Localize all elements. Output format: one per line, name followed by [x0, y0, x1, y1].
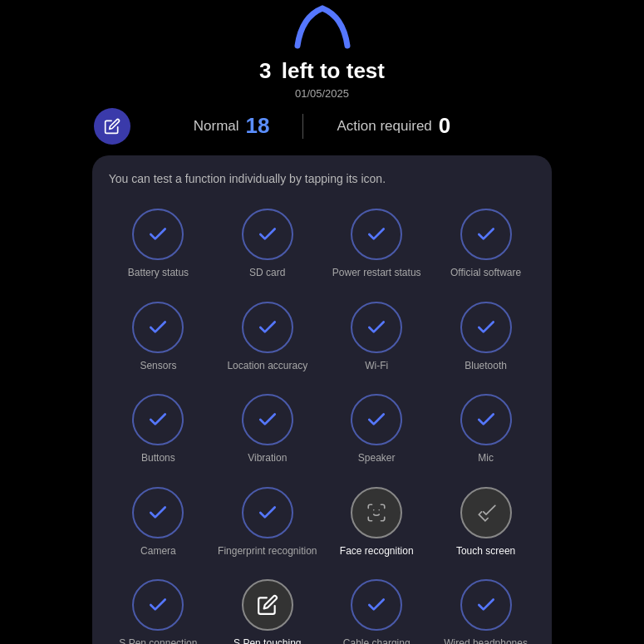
grid-item-face-recognition[interactable]: Face recognition — [324, 480, 430, 565]
grid-item-battery-status[interactable]: Battery status — [106, 202, 211, 287]
item-label-power-restart: Power restart status — [332, 267, 421, 280]
grid-item-power-restart[interactable]: Power restart status — [324, 202, 430, 287]
item-label-touch-screen: Touch screen — [456, 545, 515, 558]
normal-stat: Normal 18 — [194, 113, 270, 139]
grid-item-sd-card[interactable]: SD card — [214, 202, 320, 287]
item-label-wifi: Wi-Fi — [365, 360, 388, 373]
left-count: 3 — [259, 58, 271, 83]
left-to-test-label: 3 left to test — [259, 58, 385, 84]
item-label-vibration: Vibration — [248, 452, 287, 465]
item-label-mic: Mic — [478, 452, 494, 465]
item-label-sensors: Sensors — [140, 360, 176, 373]
grid-item-buttons[interactable]: Buttons — [106, 387, 211, 472]
action-label: Action required — [337, 118, 431, 135]
item-label-camera: Camera — [140, 545, 176, 558]
grid-item-spen-touching[interactable]: S Pen touching — [214, 573, 320, 644]
item-label-wired-headphones: Wired headphones — [444, 637, 528, 644]
grid-item-touch-screen[interactable]: Touch screen — [433, 480, 538, 565]
item-label-official-software: Official software — [450, 267, 521, 280]
grid-item-spen-connection[interactable]: S Pen connection — [106, 573, 211, 644]
item-label-fingerprint: Fingerprint recognition — [218, 545, 317, 558]
grid-item-location-accuracy[interactable]: Location accuracy — [214, 295, 320, 380]
functions-grid: Battery status SD card Power restart sta… — [106, 202, 539, 644]
item-label-speaker: Speaker — [358, 452, 396, 465]
date-label: 01/05/2025 — [295, 87, 349, 100]
grid-item-bluetooth[interactable]: Bluetooth — [433, 295, 538, 380]
stats-row: Normal 18 Action required 0 — [194, 113, 451, 139]
item-label-buttons: Buttons — [141, 452, 175, 465]
item-label-bluetooth: Bluetooth — [465, 360, 507, 373]
grid-item-mic[interactable]: Mic — [433, 387, 538, 472]
grid-item-camera[interactable]: Camera — [106, 480, 211, 565]
item-label-face-recognition: Face recognition — [340, 545, 414, 558]
item-label-spen-connection: S Pen connection — [119, 637, 197, 644]
grid-item-wired-headphones[interactable]: Wired headphones — [433, 573, 538, 644]
edit-icon[interactable] — [94, 108, 130, 145]
grid-item-sensors[interactable]: Sensors — [106, 295, 211, 380]
card-hint: You can test a function individually by … — [106, 172, 539, 185]
grid-item-speaker[interactable]: Speaker — [324, 387, 430, 472]
grid-item-cable-charging[interactable]: Cable charging — [324, 573, 430, 644]
item-label-sd-card: SD card — [249, 267, 285, 280]
item-label-location-accuracy: Location accuracy — [227, 360, 307, 373]
grid-item-wifi[interactable]: Wi-Fi — [324, 295, 430, 380]
action-stat: Action required 0 — [337, 113, 450, 139]
normal-label: Normal — [194, 118, 239, 135]
item-label-battery-status: Battery status — [128, 267, 189, 280]
grid-item-fingerprint[interactable]: Fingerprint recognition — [214, 480, 320, 565]
item-label-cable-charging: Cable charging — [343, 637, 410, 644]
item-label-spen-touching: S Pen touching — [234, 637, 301, 644]
normal-value: 18 — [246, 113, 270, 139]
grid-item-official-software[interactable]: Official software — [433, 202, 538, 287]
main-card: You can test a function individually by … — [92, 155, 553, 644]
grid-item-vibration[interactable]: Vibration — [214, 387, 320, 472]
action-value: 0 — [439, 113, 450, 139]
stats-divider — [302, 114, 303, 139]
left-label: left to test — [282, 58, 385, 83]
